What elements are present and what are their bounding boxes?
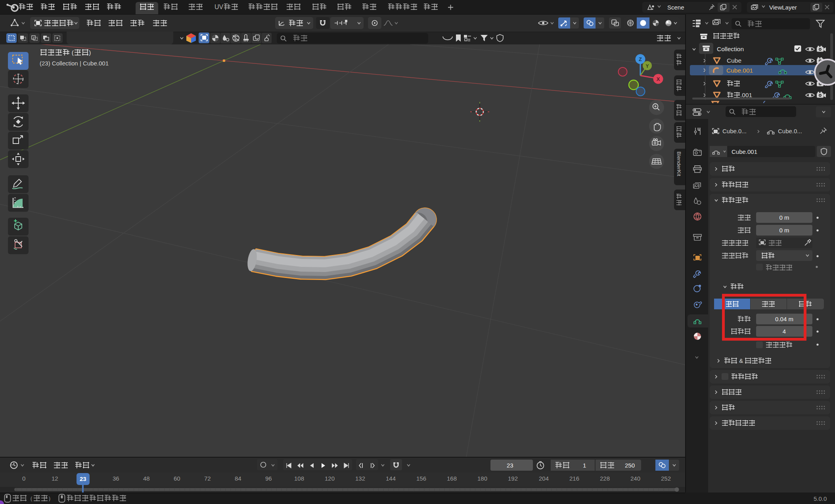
svg-text:Z: Z [639, 56, 642, 62]
svg-text:X: X [657, 76, 660, 82]
svg-text:Y: Y [645, 63, 649, 69]
